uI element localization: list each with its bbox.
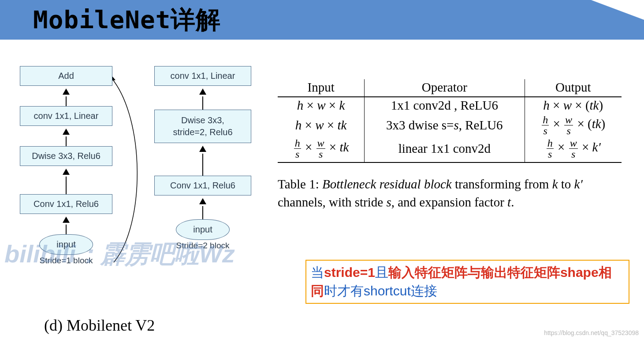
diagram-footer-caption: (d) Mobilenet V2 <box>44 316 155 335</box>
url-watermark: https://blog.csdn.net/qq_37523098 <box>544 329 639 336</box>
block-line2: stride=2, Relu6 <box>173 127 232 137</box>
table-row: h × w × k 1x1 conv2d , ReLU6 h × w × (tk… <box>278 97 622 114</box>
arrow-up-icon <box>150 198 256 219</box>
table-area: Input Operator Output h × w × k 1x1 conv… <box>278 79 630 211</box>
table-row: h × w × tk 3x3 dwise s=s, ReLU6 hs × ws … <box>278 114 622 137</box>
table-row: hs × ws × tk linear 1x1 conv2d hs × ws ×… <box>278 137 622 162</box>
block-add: Add <box>20 66 112 86</box>
note-segment: 当 <box>311 265 324 280</box>
th-operator: Operator <box>365 79 525 97</box>
cell-operator: linear 1x1 conv2d <box>365 137 525 162</box>
title-notch-decoration <box>591 0 644 20</box>
arrow-up-icon <box>13 129 119 146</box>
arrow-up-icon <box>13 169 119 194</box>
flow-stride1: Add conv 1x1, Linear Dwise 3x3, Relu6 Co… <box>13 66 119 265</box>
note-box: 当stride=1且输入特征矩阵与输出特征矩阵shape相同时才有shortcu… <box>305 260 629 304</box>
title-bar: MobileNet详解 <box>0 0 644 40</box>
cell-operator: 3x3 dwise s=s, ReLU6 <box>365 114 525 137</box>
block-conv1x1-relu6: Conv 1x1, Relu6 <box>154 176 251 195</box>
note-segment: stride=1 <box>324 265 375 280</box>
note-segment: 时才有shortcut连接 <box>324 284 437 298</box>
table-caption: Table 1: Bottleneck residual block trans… <box>278 175 613 211</box>
arrow-up-icon <box>13 88 119 106</box>
block-dwise3x3: Dwise 3x3, Relu6 <box>20 146 112 166</box>
diagram-area: Add conv 1x1, Linear Dwise 3x3, Relu6 Co… <box>13 66 269 313</box>
page-title: MobileNet详解 <box>0 0 644 40</box>
th-output: Output <box>525 79 622 97</box>
cell-output: hs × ws × k′ <box>525 137 622 162</box>
cell-input: h × w × k <box>278 97 365 114</box>
block-conv1x1-relu6: Conv 1x1, Relu6 <box>20 194 112 214</box>
cell-operator: 1x1 conv2d , ReLU6 <box>365 97 525 114</box>
arrow-up-icon <box>13 217 119 234</box>
bottleneck-table: Input Operator Output h × w × k 1x1 conv… <box>278 79 622 163</box>
input-ellipse: input <box>176 219 230 240</box>
flow-stride2: conv 1x1, Linear Dwise 3x3, stride=2, Re… <box>150 66 256 251</box>
cell-output: h × w × (tk) <box>525 97 622 114</box>
input-ellipse: input <box>39 234 93 255</box>
block-line1: Dwise 3x3, <box>181 115 224 125</box>
flow-caption-stride1: Stride=1 block <box>13 256 119 265</box>
block-dwise3x3-stride2: Dwise 3x3, stride=2, Relu6 <box>154 110 251 143</box>
th-input: Input <box>278 79 365 97</box>
table-header-row: Input Operator Output <box>278 79 622 97</box>
cell-input: h × w × tk <box>278 114 365 137</box>
block-conv1x1-linear: conv 1x1, Linear <box>154 66 251 86</box>
cell-output: hs × ws × (tk) <box>525 114 622 137</box>
note-segment: 且 <box>375 265 388 280</box>
arrow-up-icon <box>150 88 256 110</box>
cell-input: hs × ws × tk <box>278 137 365 162</box>
arrow-up-icon <box>150 146 256 176</box>
block-conv1x1-linear: conv 1x1, Linear <box>20 106 112 126</box>
flow-caption-stride2: Stride=2 block <box>150 241 256 251</box>
